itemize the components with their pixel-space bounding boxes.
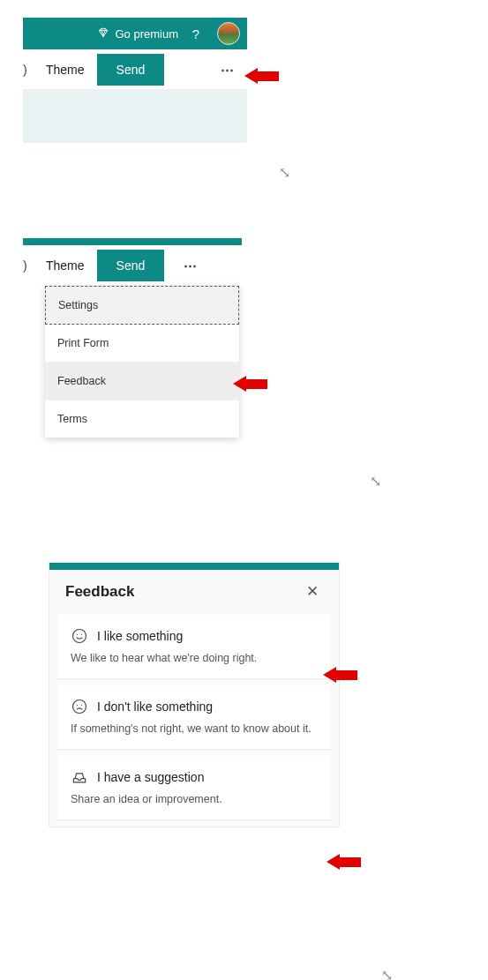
- go-premium-button[interactable]: Go premium: [97, 26, 178, 41]
- feedback-card-like[interactable]: I like something We like to hear what we…: [58, 615, 330, 678]
- feedback-panel: Feedback ✕ I like something We like to h…: [49, 563, 339, 827]
- menu-item-print-form[interactable]: Print Form: [45, 325, 239, 363]
- svg-point-4: [77, 705, 78, 706]
- resize-handle-icon: ⤡: [279, 164, 290, 181]
- theme-button[interactable]: Theme: [34, 63, 97, 77]
- screenshot-1: Go premium ? ) Theme Send ⋯: [23, 18, 247, 143]
- go-premium-label: Go premium: [115, 27, 178, 41]
- cutoff-paren: ): [23, 49, 34, 90]
- diamond-icon: [97, 26, 109, 41]
- smile-icon: [71, 627, 88, 645]
- feedback-card-title: I don't like something: [97, 699, 213, 714]
- more-actions-menu: Settings Print Form Feedback Terms: [45, 286, 239, 438]
- feedback-card-subtitle: Share an idea or improvement.: [71, 791, 318, 807]
- accent-strip: [23, 238, 242, 245]
- feedback-card-title: I have a suggestion: [97, 770, 204, 784]
- help-icon[interactable]: ?: [187, 26, 205, 41]
- cutoff-paren: ): [23, 245, 34, 286]
- annotation-arrow-4: [327, 854, 361, 870]
- annotation-arrow-3: [323, 667, 357, 683]
- more-actions-button[interactable]: ⋯: [208, 62, 247, 78]
- feedback-title: Feedback: [65, 583, 134, 601]
- theme-button[interactable]: Theme: [34, 258, 97, 273]
- send-button[interactable]: Send: [97, 250, 165, 281]
- resize-handle-icon: ⤡: [370, 473, 381, 490]
- screenshot-2: ) Theme Send ⋯: [23, 238, 242, 286]
- svg-point-1: [77, 634, 78, 635]
- more-actions-button[interactable]: ⋯: [173, 258, 208, 273]
- svg-point-5: [81, 705, 82, 706]
- avatar[interactable]: [217, 22, 240, 45]
- menu-item-settings[interactable]: Settings: [45, 286, 239, 325]
- svg-point-2: [81, 634, 82, 635]
- compose-toolbar-2: ) Theme Send ⋯: [23, 245, 242, 286]
- feedback-card-subtitle: We like to hear what we're doing right.: [71, 650, 318, 666]
- feedback-header: Feedback ✕: [49, 570, 339, 608]
- resize-handle-icon: ⤡: [381, 967, 393, 980]
- svg-point-0: [73, 630, 86, 643]
- frown-icon: [71, 698, 88, 715]
- compose-toolbar: ) Theme Send ⋯: [23, 49, 247, 90]
- accent-strip: [49, 563, 339, 570]
- close-icon[interactable]: ✕: [302, 582, 323, 601]
- svg-point-3: [73, 700, 86, 714]
- feedback-card-suggestion[interactable]: I have a suggestion Share an idea or imp…: [58, 756, 330, 819]
- annotation-arrow-1: [244, 68, 279, 84]
- annotation-arrow-2: [233, 376, 267, 392]
- menu-item-terms[interactable]: Terms: [45, 400, 239, 438]
- menu-item-feedback[interactable]: Feedback: [45, 363, 239, 400]
- feedback-card-subtitle: If something's not right, we want to kno…: [71, 721, 318, 737]
- inbox-icon: [71, 768, 88, 786]
- send-button[interactable]: Send: [97, 54, 165, 86]
- feedback-card-title: I like something: [97, 629, 183, 643]
- form-canvas: [23, 90, 247, 143]
- feedback-card-dislike[interactable]: I don't like something If something's no…: [58, 685, 330, 749]
- app-header: Go premium ?: [23, 18, 247, 49]
